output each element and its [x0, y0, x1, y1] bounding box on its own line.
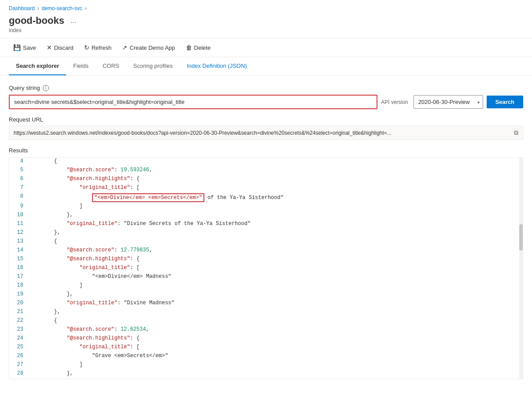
line-number: 18: [9, 282, 27, 289]
line-content: "@search.highlights": {: [27, 335, 523, 342]
request-url-text: https://westus2.search.windows.net/index…: [14, 130, 510, 136]
request-url-section: Request URL https://westus2.search.windo…: [9, 116, 523, 140]
line-content: "original_title": "Divine Secrets of the…: [27, 220, 523, 227]
results-section: Results 4 {5 "@search.score": 19.593246,…: [9, 147, 523, 379]
delete-button[interactable]: 🗑 Delete: [181, 42, 215, 53]
external-link-icon: ↗: [122, 44, 127, 51]
line-number: 4: [9, 158, 27, 165]
line-content: "@search.score": 19.593246,: [27, 166, 523, 174]
table-row: 21 },: [9, 308, 523, 317]
api-version-container: API version 2020-06-30-Preview 2020-06-3…: [381, 95, 483, 109]
table-row: 20 "original_title": "Divine Madness": [9, 299, 523, 308]
line-number: 28: [9, 370, 27, 377]
request-url-label: Request URL: [9, 116, 523, 123]
line-number: 19: [9, 291, 27, 298]
delete-icon: 🗑: [186, 44, 192, 51]
scrollbar-thumb[interactable]: [519, 224, 523, 251]
query-label: Query string i: [9, 85, 523, 91]
table-row: 12 },: [9, 229, 523, 238]
line-number: 22: [9, 317, 27, 324]
line-number: 16: [9, 264, 27, 271]
create-demo-app-button[interactable]: ↗ Create Demo App: [118, 42, 179, 53]
line-content: },: [27, 291, 523, 298]
api-version-select-wrap: 2020-06-30-Preview 2020-06-30 2019-05-06…: [414, 95, 483, 109]
tab-index-definition[interactable]: Index Definition (JSON): [180, 57, 254, 75]
toolbar: 💾 Save ✕ Discard ↻ Refresh ↗ Create Demo…: [0, 38, 532, 57]
results-box[interactable]: 4 {5 "@search.score": 19.593246,6 "@sear…: [9, 157, 523, 379]
line-number: 10: [9, 211, 27, 218]
breadcrumb: Dashboard › demo-search-svc ›: [0, 0, 532, 13]
line-content: },: [27, 229, 523, 236]
table-row: 24 "@search.highlights": {: [9, 335, 523, 343]
table-row: 15 "@search.highlights": {: [9, 255, 523, 264]
line-number: 17: [9, 273, 27, 280]
line-number: 8: [9, 193, 27, 200]
table-row: 4 {: [9, 158, 523, 166]
table-row: 16 "original_title": [: [9, 264, 523, 273]
line-number: 27: [9, 361, 27, 368]
line-content: "original_title": "Divine Madness": [27, 299, 523, 306]
line-number: 15: [9, 255, 27, 262]
copy-icon[interactable]: ⧉: [514, 129, 518, 137]
table-row: 8 "<em>Divine</em> <em>Secrets</em>" of …: [9, 193, 523, 203]
tab-fields[interactable]: Fields: [66, 57, 96, 75]
breadcrumb-dashboard[interactable]: Dashboard: [9, 5, 35, 11]
table-row: 9 ]: [9, 203, 523, 211]
table-row: 6 "@search.highlights": {: [9, 175, 523, 184]
line-content: "@search.highlights": {: [27, 175, 523, 182]
line-number: 21: [9, 308, 27, 315]
tab-search-explorer[interactable]: Search explorer: [9, 57, 66, 75]
refresh-button[interactable]: ↻ Refresh: [80, 42, 116, 53]
line-content: ]: [27, 282, 523, 289]
api-version-select[interactable]: 2020-06-30-Preview 2020-06-30 2019-05-06: [414, 95, 483, 109]
line-number: 23: [9, 326, 27, 333]
line-content: "<em>Divine</em> <em>Secrets</em>" of th…: [27, 193, 523, 203]
line-content: "@search.highlights": {: [27, 255, 523, 262]
table-row: 18 ]: [9, 282, 523, 291]
line-number: 14: [9, 247, 27, 254]
query-info-icon[interactable]: i: [43, 85, 49, 91]
line-number: 25: [9, 343, 27, 351]
table-row: 25 "original_title": [: [9, 343, 523, 352]
line-number: 20: [9, 299, 27, 306]
search-button[interactable]: Search: [487, 96, 523, 108]
tabs-nav: Search explorer Fields CORS Scoring prof…: [0, 57, 532, 76]
line-content: {: [27, 317, 523, 324]
save-button[interactable]: 💾 Save: [9, 42, 41, 53]
line-number: 7: [9, 184, 27, 191]
line-content: },: [27, 370, 523, 377]
request-url-box: https://westus2.search.windows.net/index…: [9, 126, 523, 140]
line-content: ]: [27, 203, 523, 210]
main-content: Query string i API version 2020-06-30-Pr…: [0, 76, 532, 388]
line-content: "original_title": [: [27, 264, 523, 271]
table-row: 19 },: [9, 291, 523, 299]
line-content: },: [27, 211, 523, 218]
discard-icon: ✕: [47, 44, 52, 51]
tab-cors[interactable]: CORS: [96, 57, 126, 75]
table-row: 17 "<em>Divine</em> Madness": [9, 273, 523, 282]
query-input[interactable]: [10, 96, 377, 108]
results-label: Results: [9, 147, 523, 154]
table-row: 11 "original_title": "Divine Secrets of …: [9, 220, 523, 229]
line-content: {: [27, 238, 523, 245]
breadcrumb-service[interactable]: demo-search-svc: [42, 5, 82, 11]
line-number: 24: [9, 335, 27, 342]
page-subtitle: index: [0, 27, 532, 38]
line-content: "original_title": [: [27, 184, 523, 191]
scrollbar-track[interactable]: [519, 158, 523, 379]
tab-scoring-profiles[interactable]: Scoring profiles: [126, 57, 180, 75]
line-content: "<em>Divine</em> Madness": [27, 273, 523, 280]
discard-button[interactable]: ✕ Discard: [42, 42, 78, 53]
line-content: "@search.score": 12.62534,: [27, 326, 523, 333]
query-section: Query string i API version 2020-06-30-Pr…: [9, 85, 523, 109]
code-lines: 4 {5 "@search.score": 19.593246,6 "@sear…: [9, 158, 523, 379]
line-content: ]: [27, 361, 523, 368]
table-row: 7 "original_title": [: [9, 184, 523, 193]
line-number: 6: [9, 175, 27, 182]
line-number: 12: [9, 229, 27, 236]
table-row: 23 "@search.score": 12.62534,: [9, 326, 523, 335]
ellipsis-button[interactable]: ...: [69, 16, 78, 26]
table-row: 22 {: [9, 317, 523, 326]
table-row: 14 "@search.score": 12.779835,: [9, 247, 523, 255]
query-input-wrap: [9, 95, 377, 109]
